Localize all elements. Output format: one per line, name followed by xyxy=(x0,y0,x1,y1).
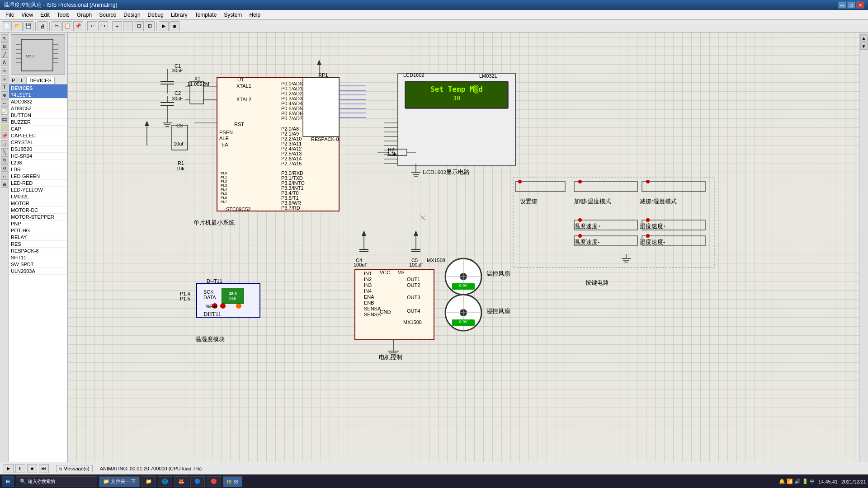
device-button[interactable]: BUTTON xyxy=(9,112,67,119)
tab-l[interactable]: L xyxy=(18,77,27,84)
device-res[interactable]: RES xyxy=(9,241,67,248)
open-btn[interactable]: 📂 xyxy=(13,21,23,31)
stop-button[interactable]: ■ xyxy=(27,464,37,473)
terminal-tool[interactable]: ↔ xyxy=(1,99,8,107)
device-cap[interactable]: CAP xyxy=(9,126,67,132)
device-motor[interactable]: MOTOR xyxy=(9,200,67,207)
pause-button[interactable]: ⏸ xyxy=(15,464,25,473)
close-button[interactable]: ✕ xyxy=(856,1,864,9)
menu-view[interactable]: View xyxy=(18,11,37,19)
device-pnp[interactable]: PNP xyxy=(9,221,67,227)
device-led-yellow[interactable]: LED-YELLOW xyxy=(9,187,67,193)
menu-design[interactable]: Design xyxy=(120,11,144,19)
play-button[interactable]: ▶ xyxy=(4,464,14,473)
select-tool[interactable]: ↖ xyxy=(1,34,8,42)
zoom-fit-btn[interactable]: ⊡ xyxy=(134,21,144,31)
menu-debug[interactable]: Debug xyxy=(144,11,167,19)
device-ds18[interactable]: DS18B20 xyxy=(9,146,67,153)
2d-line-tool[interactable]: ╲ xyxy=(1,148,8,155)
component-tool[interactable]: ⊡ xyxy=(1,42,8,50)
device-hcsr04[interactable]: HC-SR04 xyxy=(9,153,67,160)
menu-bar: File View Edit Tools Graph Source Design… xyxy=(0,10,868,20)
svg-line-115 xyxy=(420,216,425,220)
device-motor-dc[interactable]: MOTOR-DC xyxy=(9,207,67,214)
rotate-ccw-tool[interactable]: ↺ xyxy=(1,164,8,172)
device-74ls[interactable]: 74LS1T1 xyxy=(9,92,67,99)
device-led-green[interactable]: LED-GREEN xyxy=(9,173,67,180)
menu-tools[interactable]: Tools xyxy=(53,11,73,19)
rotate-cw-tool[interactable]: ↻ xyxy=(1,156,8,164)
taskbar-app-chrome[interactable]: 🌐 xyxy=(158,476,172,487)
search-box[interactable]: 🔍 输入你搜索的 xyxy=(16,476,97,487)
start-button[interactable]: ⊞ xyxy=(2,476,14,487)
device-sht11[interactable]: SHT11 xyxy=(9,254,67,261)
scroll-up[interactable]: ▲ xyxy=(860,34,868,42)
run-btn[interactable]: ▶ xyxy=(159,21,169,31)
schematic-canvas[interactable]: PI.0 PI.1 PI.2 PI.3 PI.4 PI.5 PI.6 PI.7 xyxy=(68,33,859,462)
paste-btn[interactable]: 📌 xyxy=(73,21,83,31)
device-buzzer[interactable]: BUZZER xyxy=(9,119,67,126)
bus-tool[interactable]: ═ xyxy=(1,67,8,74)
scroll-down[interactable]: ▼ xyxy=(860,42,868,50)
power-tool[interactable]: ⏚ xyxy=(1,75,8,82)
probe-tool[interactable]: ⊕ xyxy=(1,91,8,99)
device-l298[interactable]: L298 xyxy=(9,160,67,166)
svg-text:PI.5: PI.5 xyxy=(221,192,227,196)
device-uln2003[interactable]: ULN2003A xyxy=(9,268,67,275)
taskbar-app2[interactable]: 🔴 xyxy=(207,476,221,487)
wire-tool[interactable]: ╱ xyxy=(1,51,8,58)
taskbar-app-files[interactable]: 📁 文件夹一下 xyxy=(99,476,140,487)
text-tool[interactable]: T xyxy=(1,83,8,90)
taskbar-app1[interactable]: 🔵 xyxy=(190,476,205,487)
redo-btn[interactable]: ↪ xyxy=(98,21,108,31)
cut-btn[interactable]: ✂ xyxy=(52,21,61,31)
zoom-in-btn[interactable]: + xyxy=(112,21,122,31)
step-button[interactable]: ⏭ xyxy=(39,464,49,473)
device-pot-hg[interactable]: POT-HG xyxy=(9,227,67,234)
menu-library[interactable]: Library xyxy=(167,11,191,19)
device-sw-spdt[interactable]: SW-SPDT xyxy=(9,261,67,268)
menu-edit[interactable]: Edit xyxy=(37,11,53,19)
menu-graph[interactable]: Graph xyxy=(73,11,95,19)
stop-btn[interactable]: ■ xyxy=(170,21,179,31)
zoom-area-btn[interactable]: ⊞ xyxy=(145,21,155,31)
2d-box-tool[interactable]: □ xyxy=(1,140,8,147)
taskbar-app-isis[interactable]: ISIS xyxy=(223,476,242,487)
menu-file[interactable]: File xyxy=(2,11,18,19)
save-btn[interactable]: 💾 xyxy=(24,21,33,31)
devices-list[interactable]: 74LS1T1 ADC0832 AT89C52 BUTTON BUZZER CA… xyxy=(9,92,67,462)
copy-btn[interactable]: 📋 xyxy=(62,21,72,31)
device-respack[interactable]: RESPACK-8 xyxy=(9,248,67,254)
menu-help[interactable]: Help xyxy=(245,11,264,19)
zoom-crosshair-tool[interactable]: ⊕ xyxy=(1,181,8,188)
device-led-red[interactable]: LED-RED xyxy=(9,180,67,187)
graph-tool[interactable]: 📈 xyxy=(1,108,8,115)
taskbar-app-explorer[interactable]: 📁 xyxy=(142,476,156,487)
device-pin-tool[interactable]: 📌 xyxy=(1,132,8,139)
generator-tool[interactable]: ⚡ xyxy=(1,124,8,131)
device-motor-stepper[interactable]: MOTOR-STEPPER xyxy=(9,214,67,221)
tape-tool[interactable]: 📼 xyxy=(1,116,8,123)
taskbar-app-firefox[interactable]: 🦊 xyxy=(174,476,189,487)
maximize-button[interactable]: □ xyxy=(847,1,855,9)
device-crystal[interactable]: CRYSTAL xyxy=(9,139,67,146)
minimize-button[interactable]: — xyxy=(838,1,846,9)
tab-p[interactable]: P xyxy=(9,77,18,84)
device-at89[interactable]: AT89C52 xyxy=(9,105,67,112)
device-relay[interactable]: RELAY xyxy=(9,234,67,241)
print-btn[interactable]: 🖨 xyxy=(38,21,47,31)
undo-btn[interactable]: ↩ xyxy=(87,21,97,31)
device-adc[interactable]: ADC0832 xyxy=(9,99,67,105)
mirror-h-tool[interactable]: ↔ xyxy=(1,173,8,180)
device-lm032[interactable]: LM032L xyxy=(9,193,67,200)
device-ldr[interactable]: LDR xyxy=(9,166,67,173)
label-tool[interactable]: A xyxy=(1,59,8,66)
new-btn[interactable]: 📄 xyxy=(2,21,12,31)
menu-source[interactable]: Source xyxy=(95,11,120,19)
tab-devices[interactable]: DEVICES xyxy=(27,77,54,84)
ea-pin: EA xyxy=(222,142,228,147)
menu-system[interactable]: System xyxy=(220,11,245,19)
zoom-out-btn[interactable]: - xyxy=(123,21,133,31)
menu-template[interactable]: Template xyxy=(191,11,221,19)
device-cap-elec[interactable]: CAP-ELEC xyxy=(9,132,67,139)
